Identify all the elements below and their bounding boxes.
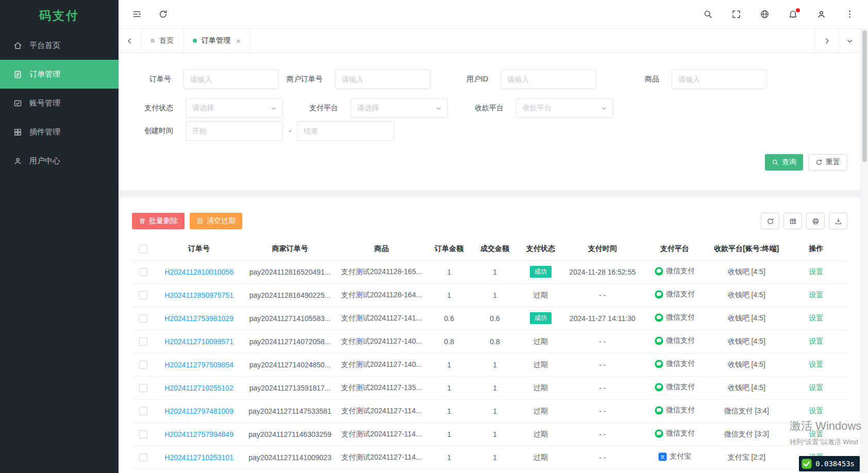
bell-icon[interactable] [788, 9, 798, 19]
export-button[interactable] [829, 213, 847, 229]
collect-platform: 微信支付 [3:4] [708, 399, 785, 423]
tabs-scroll-left-button[interactable] [119, 29, 141, 53]
product-label: 商品 [645, 75, 659, 84]
order-no-link[interactable]: H2024112797481009 [164, 407, 233, 415]
order-no-link[interactable]: H2024112757994849 [164, 430, 233, 438]
header-checkbox-cell [132, 238, 155, 260]
pay-platform: 微信支付 [655, 313, 695, 322]
collect-platform-select[interactable]: 收款平台 [516, 98, 613, 118]
reset-button[interactable]: 重置 [808, 154, 847, 171]
filter-order-no: 订单号 [149, 70, 279, 89]
row-checkbox[interactable] [139, 453, 147, 462]
order-no-link[interactable]: H2024112753981029 [164, 314, 233, 323]
search-icon[interactable] [703, 9, 713, 19]
merchant-order-no: pay2024112714105583... [243, 307, 337, 330]
row-checkbox[interactable] [139, 268, 147, 276]
row-checkbox[interactable] [139, 407, 147, 415]
row-checkbox[interactable] [139, 314, 147, 323]
settings-link[interactable]: 设置 [809, 407, 823, 415]
tab-order-management[interactable]: 订单管理× [183, 29, 251, 53]
timer-badge: 0.038453s [799, 456, 860, 471]
pay-platform-select[interactable]: 请选择 [350, 98, 448, 118]
column-header: 支付时间 [563, 238, 641, 260]
page-body: 首页订单管理× 订单号 [119, 29, 868, 473]
order-no-link[interactable]: H2024112710253101 [164, 453, 233, 462]
tabs-scroll-right-button[interactable] [815, 29, 838, 53]
settings-link[interactable]: 设置 [809, 430, 823, 438]
merchant-order-no: pay2024112713591817... [243, 376, 337, 399]
order-no-input[interactable] [183, 70, 279, 89]
status-badge: 成功 [530, 266, 552, 278]
user-id-input[interactable] [500, 70, 596, 89]
sidebar-item-account-management[interactable]: 账号管理 [0, 89, 119, 117]
table-toolbar-icons [761, 213, 847, 229]
row-checkbox[interactable] [139, 430, 147, 438]
order-no-link[interactable]: H2024112810010056 [164, 268, 233, 276]
user-icon[interactable] [816, 9, 826, 19]
table-row: H2024112753981029pay2024112714105583...支… [132, 307, 847, 330]
settings-link[interactable]: 设置 [809, 360, 823, 368]
main-area: 首页订单管理× 订单号 [119, 0, 868, 473]
end-date-input[interactable] [297, 121, 394, 141]
tab-close-icon[interactable]: × [236, 37, 241, 45]
scrollbar-thumb[interactable] [862, 30, 867, 162]
start-date-input[interactable] [186, 121, 283, 141]
account-icon [13, 99, 22, 108]
refresh-page-icon[interactable] [158, 9, 168, 19]
chevron-left-icon [126, 37, 133, 45]
chevron-down-icon [270, 105, 277, 112]
sidebar-item-user-center[interactable]: 用户中心 [0, 146, 119, 175]
user-icon [13, 157, 22, 165]
print-button[interactable] [806, 213, 825, 229]
search-button[interactable]: 查询 [765, 154, 803, 171]
order-amount: 0.6 [426, 307, 472, 330]
order-amount: 0.8 [426, 330, 472, 353]
settings-link[interactable]: 设置 [809, 267, 823, 276]
paid-amount: 1 [472, 446, 518, 469]
order-table: 订单号商家订单号商品订单金额成交金额支付状态支付时间支付平台收款平台[账号:终端… [132, 238, 847, 469]
status-text: 过期 [533, 337, 548, 345]
merchant-order-no-input[interactable] [335, 70, 430, 89]
order-no-link[interactable]: H2024112710255102 [164, 384, 233, 392]
columns-button[interactable] [783, 213, 802, 229]
pay-platform: 微信支付 [655, 382, 695, 392]
collect-platform: 微信支付 [3:3] [708, 423, 785, 446]
status-text: 过期 [533, 360, 548, 368]
tab-label: 订单管理 [202, 36, 230, 45]
refresh-table-button[interactable] [761, 213, 779, 229]
order-no-link[interactable]: H2024112797509854 [164, 361, 233, 369]
globe-icon[interactable] [760, 9, 770, 19]
timer-text: 0.038453s [815, 460, 855, 468]
settings-link[interactable]: 设置 [809, 291, 823, 299]
row-checkbox[interactable] [139, 291, 147, 299]
row-checkbox[interactable] [139, 384, 147, 392]
clear-expired-button[interactable]: 清空过期 [190, 213, 242, 229]
notification-dot [796, 8, 800, 12]
column-header: 操作 [785, 238, 847, 260]
status-badge: 成功 [530, 312, 552, 324]
fullscreen-icon[interactable] [731, 9, 741, 19]
paid-amount: 1 [472, 376, 518, 399]
settings-link[interactable]: 设置 [809, 337, 823, 345]
tabs-menu-button[interactable] [838, 29, 861, 53]
alipay-icon: 支 [658, 452, 667, 461]
settings-link[interactable]: 设置 [809, 383, 823, 392]
settings-link[interactable]: 设置 [809, 314, 823, 322]
row-checkbox[interactable] [139, 361, 147, 369]
sidebar-item-platform-home[interactable]: 平台首页 [0, 31, 119, 60]
order-amount: 1 [426, 376, 472, 399]
more-icon[interactable] [845, 9, 855, 19]
sidebar-item-order-management[interactable]: 订单管理 [0, 60, 119, 89]
collapse-sidebar-icon[interactable] [132, 9, 142, 19]
pay-status-select[interactable]: 请选择 [186, 98, 283, 118]
order-no-link[interactable]: H2024112850975751 [164, 291, 233, 299]
product-input[interactable] [672, 70, 767, 89]
tab-home[interactable]: 首页 [141, 29, 183, 53]
row-checkbox[interactable] [139, 337, 147, 346]
collect-platform: 收钱吧 [4:5] [708, 353, 785, 376]
sidebar-item-plugin-management[interactable]: 插件管理 [0, 117, 119, 146]
select-all-checkbox[interactable] [139, 245, 147, 253]
batch-delete-button[interactable]: 批量删除 [132, 213, 185, 229]
pay-time: - - [563, 330, 641, 353]
order-no-link[interactable]: H2024112710099571 [164, 337, 233, 346]
